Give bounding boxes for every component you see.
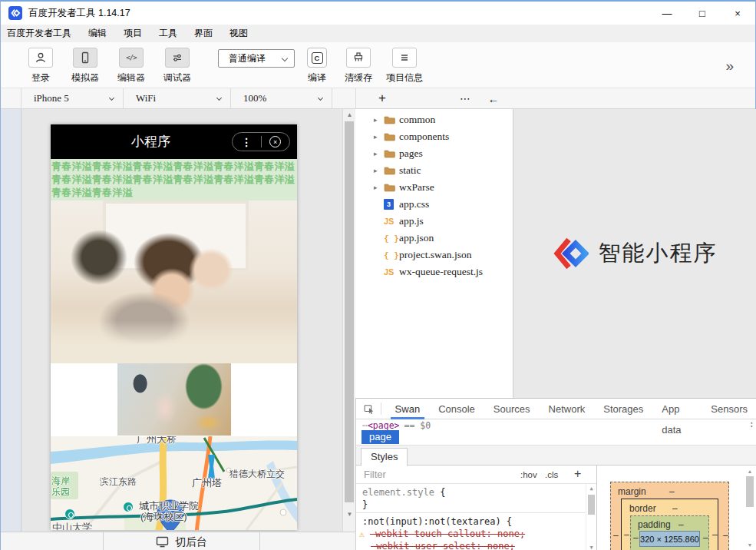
marquee-text: 青春洋溢青春洋溢青春洋溢青春洋溢青春洋溢青春洋溢青春洋溢青春洋溢青春洋溢青春洋溢…	[51, 159, 297, 200]
zoom-select[interactable]: 100%	[231, 88, 332, 108]
compile-mode-select[interactable]: 普通编译	[218, 49, 295, 68]
more-options-button[interactable]: ⋯	[456, 88, 474, 108]
maximize-button[interactable]: □	[685, 2, 720, 25]
children-photo	[51, 200, 297, 363]
scroll-stepper-icon[interactable]: ▴▾	[750, 420, 753, 428]
sliders-icon	[170, 51, 184, 65]
switch-background-button[interactable]: 切后台	[103, 532, 260, 550]
box-model-border[interactable]: border – – – padding – – – 320 × 1255.86…	[621, 499, 718, 550]
phone-simulator: 小程序 ⋮ × 青春洋溢青春洋溢青春洋溢青春洋溢青春洋溢青春洋溢青春洋溢青春洋溢…	[51, 124, 297, 530]
menu-view[interactable]: 视图	[221, 25, 256, 42]
tree-item-pages[interactable]: ▸ pages	[355, 145, 513, 162]
menu-edit[interactable]: 编辑	[80, 25, 115, 42]
device-bar: iPhone 5 WiFi 100% + ⋯ ←	[1, 88, 755, 109]
close-miniapp-button[interactable]: ×	[262, 136, 290, 147]
box-model-padding[interactable]: padding – – – 320 × 1255.860	[630, 515, 709, 550]
project-info-button[interactable]: 项目信息	[381, 48, 428, 84]
inspect-icon[interactable]	[364, 402, 375, 416]
tree-scrollbar[interactable]: ▲ ▼	[342, 109, 355, 532]
minimize-button[interactable]: —	[649, 2, 685, 25]
brush-icon	[352, 51, 365, 65]
editor-button[interactable]: </> 编辑器	[108, 48, 154, 84]
expand-arrow-icon[interactable]: ▸	[374, 184, 384, 191]
tab-swan[interactable]: Swan	[386, 399, 430, 419]
expand-arrow-icon[interactable]: ▸	[374, 150, 384, 157]
menu-tools[interactable]: 工具	[150, 25, 186, 42]
tree-item-app-json[interactable]: { } app.json	[355, 230, 513, 247]
add-file-button[interactable]: +	[375, 88, 390, 108]
style-prop-callout[interactable]: ⚠ -webkit-touch-callout: none;	[359, 528, 525, 539]
page-title: 小程序	[51, 124, 251, 159]
style-prop-user-select[interactable]: -webkit-user-select: none;	[371, 541, 515, 550]
box-model-margin[interactable]: margin – – – border – – – padding – – – …	[610, 482, 729, 550]
tab-storages[interactable]: Storages	[594, 399, 652, 419]
titlebar: 百度开发者工具 1.14.17 — □ ×	[1, 2, 755, 25]
toggle-class-button[interactable]: .cls	[545, 470, 558, 479]
close-button[interactable]: ×	[720, 2, 755, 25]
tree-item-common[interactable]: ▸ common	[355, 111, 513, 128]
menu-app[interactable]: 百度开发者工具	[1, 25, 80, 42]
styles-scrollbar[interactable]: ▲ ▼	[586, 484, 596, 550]
scroll-down-icon[interactable]: ▼	[744, 542, 755, 548]
file-tree-header: + ⋯ ←	[355, 88, 755, 108]
scroll-down-icon[interactable]: ▼	[586, 545, 596, 550]
box-model-content[interactable]: 320 × 1255.860	[639, 531, 700, 547]
element-tag[interactable]: <page>	[368, 420, 400, 430]
tab-app-data[interactable]: App data	[652, 399, 702, 419]
map-label-interchange: 猎德大桥立交	[229, 468, 285, 481]
menu-project[interactable]: 项目	[115, 25, 150, 42]
expand-arrow-icon[interactable]: ▸	[374, 133, 384, 141]
tab-sources[interactable]: Sources	[484, 399, 540, 419]
tab-network[interactable]: Network	[540, 399, 595, 419]
menu-dots-icon[interactable]: ⋮	[233, 136, 261, 148]
map-view[interactable]: 广州大桥 滨江东路 广州塔 猎德大桥立交 城市职业学院 (海珠校区) 中山大学 …	[51, 436, 297, 530]
toolbar-overflow-button[interactable]: »	[725, 58, 734, 75]
expand-arrow-icon[interactable]: ▸	[374, 116, 384, 124]
toolbar: 登录 模拟器 </> 编辑器 调试器 普通编译 C 编译 清缓存 项目信息	[1, 42, 755, 88]
network-select[interactable]: WiFi	[124, 88, 231, 108]
simulator-button[interactable]: 模拟器	[62, 48, 108, 84]
tab-console[interactable]: Console	[429, 399, 484, 419]
style-rule-selector[interactable]: :not(input):not(textarea) {	[362, 516, 512, 527]
style-rule-element[interactable]: element.style {	[362, 487, 445, 498]
tree-item-app-css[interactable]: 3 app.css	[355, 196, 513, 213]
css-file-icon: 3	[384, 199, 399, 210]
tree-item-app-js[interactable]: JS app.js	[355, 213, 513, 230]
scrollbar-thumb[interactable]	[588, 495, 595, 515]
scroll-up-icon[interactable]: ▲	[586, 485, 596, 492]
toggle-hover-state-button[interactable]: :hov	[520, 470, 537, 479]
scroll-up-icon[interactable]: ▲	[343, 111, 356, 118]
tree-item-components[interactable]: ▸ components	[355, 128, 513, 145]
clear-cache-button[interactable]: 清缓存	[335, 48, 381, 84]
collapse-panel-button[interactable]: ←	[485, 88, 502, 108]
menubar: 百度开发者工具 编辑 项目 工具 界面 视图	[1, 25, 755, 42]
login-button[interactable]: 登录	[18, 48, 64, 84]
boxmodel-scrollbar[interactable]: ▲ ▼	[744, 466, 755, 550]
folder-icon	[384, 115, 399, 124]
filter-input[interactable]	[356, 466, 479, 480]
scrollbar-thumb[interactable]	[746, 476, 754, 507]
compile-button[interactable]: C 编译	[300, 48, 334, 84]
scroll-up-icon[interactable]: ▲	[744, 469, 755, 474]
tree-item-wxparse[interactable]: ▸ wxParse	[355, 179, 513, 196]
expand-arrow-icon[interactable]: ▸	[374, 167, 384, 174]
breadcrumb-page-chip[interactable]: page	[361, 430, 399, 444]
elements-tree-row[interactable]: ⋯<page>== $0 ▴▾	[356, 419, 756, 430]
tree-item-project-swan-json[interactable]: { } project.swan.json	[355, 247, 513, 263]
new-style-rule-button[interactable]: +	[574, 467, 581, 481]
device-select[interactable]: iPhone 5	[21, 88, 124, 108]
debugger-button[interactable]: 调试器	[154, 48, 200, 84]
tab-sensors[interactable]: Sensors	[702, 399, 756, 419]
scrollbar-thumb[interactable]	[345, 121, 354, 502]
json-file-icon: { }	[384, 234, 399, 244]
map-label-university: 中山大学	[52, 521, 92, 530]
scroll-down-icon[interactable]: ▼	[343, 511, 356, 518]
tab-styles[interactable]: Styles	[361, 448, 408, 466]
monitor-icon	[156, 536, 169, 548]
capsule-menu: ⋮ ×	[232, 132, 290, 151]
element-eq-ref: == $0	[404, 420, 431, 430]
person-icon	[34, 51, 48, 65]
tree-item-static[interactable]: ▸ static	[355, 162, 513, 179]
menu-interface[interactable]: 界面	[186, 25, 221, 42]
tree-item-wx-queue-request-js[interactable]: JS wx-queue-request.js	[355, 263, 513, 280]
